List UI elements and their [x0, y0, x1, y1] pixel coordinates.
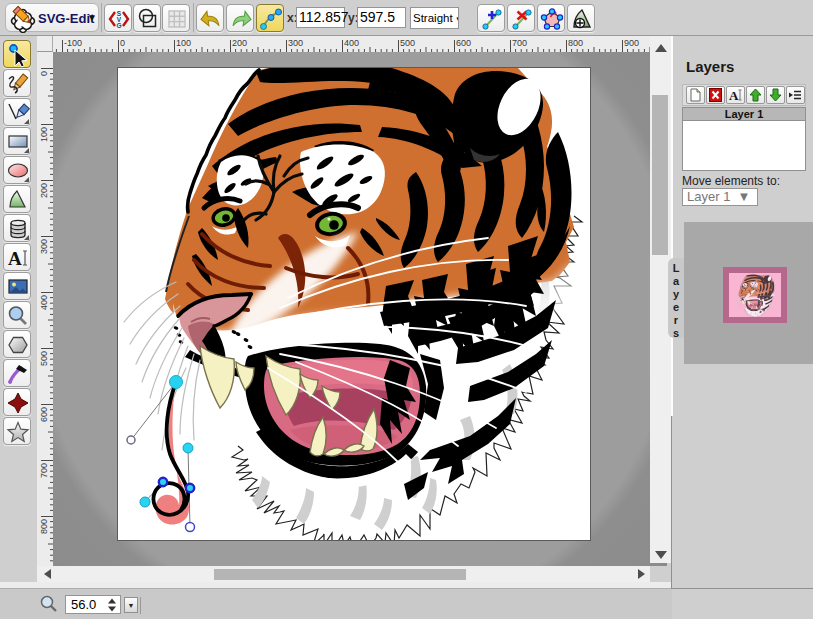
- svg-text:800: 800: [39, 519, 49, 534]
- svg-text:200: 200: [39, 183, 49, 198]
- svg-text:-100: -100: [64, 38, 82, 48]
- svg-text:500: 500: [39, 351, 49, 366]
- svg-text:200: 200: [232, 38, 247, 48]
- svg-text:700: 700: [512, 38, 527, 48]
- svg-text:900: 900: [624, 38, 639, 48]
- svg-text:300: 300: [39, 239, 49, 254]
- svg-text:400: 400: [344, 38, 359, 48]
- svg-text:A: A: [729, 88, 739, 103]
- svg-text:700: 700: [39, 463, 49, 478]
- svg-text:0: 0: [39, 71, 49, 76]
- svg-text:300: 300: [288, 38, 303, 48]
- svg-text:500: 500: [400, 38, 415, 48]
- svg-text:G: G: [116, 22, 121, 29]
- svg-text:600: 600: [39, 407, 49, 422]
- svg-text:A: A: [8, 248, 22, 269]
- svg-text:800: 800: [568, 38, 583, 48]
- svg-text:400: 400: [39, 295, 49, 310]
- svg-text:100: 100: [176, 38, 191, 48]
- svg-text:0: 0: [120, 38, 125, 48]
- svg-text:600: 600: [456, 38, 471, 48]
- svg-text:100: 100: [39, 127, 49, 142]
